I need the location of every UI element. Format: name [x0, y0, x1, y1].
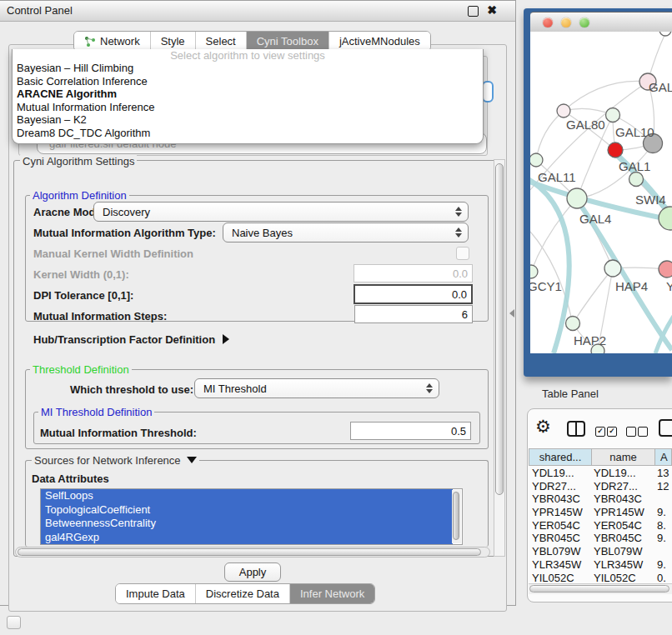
table-row[interactable]: YPR145WYPR145W9.	[529, 506, 672, 519]
mi-threshold-field[interactable]	[350, 422, 471, 440]
node-label-y: Y	[666, 279, 672, 293]
data-attributes-label: Data Attributes	[32, 472, 109, 485]
node-hap4[interactable]	[604, 260, 621, 277]
network-window-titlebar[interactable]	[530, 12, 672, 32]
tab-network[interactable]: Network	[74, 32, 150, 51]
tab-discretize-data[interactable]: Discretize Data	[195, 584, 289, 603]
table-file-icon[interactable]	[659, 419, 672, 437]
node-partial-top[interactable]	[659, 32, 671, 36]
tab-infer-network[interactable]: Infer Network	[289, 584, 374, 603]
aracne-mode-combo[interactable]: Discovery	[93, 202, 469, 222]
mi-algorithm-type-combo[interactable]: Naive Bayes	[223, 222, 469, 242]
node-gal10[interactable]	[606, 108, 620, 122]
tab-cyni-toolbox[interactable]: Cyni Toolbox	[246, 32, 328, 51]
kernel-width-label: Kernel Width (0,1):	[33, 268, 129, 281]
column-header-name[interactable]: name	[591, 448, 655, 466]
list-scrollbar-thumb[interactable]	[453, 492, 459, 540]
list-vertical-scrollbar[interactable]	[452, 490, 461, 543]
which-threshold-label: Which threshold to use:	[70, 383, 193, 396]
float-window-icon[interactable]	[468, 6, 479, 17]
panel-divider-collapse-icon[interactable]	[509, 309, 514, 318]
checked-box-icon[interactable]: ✓	[607, 427, 617, 437]
vertical-scrollbar-thumb[interactable]	[495, 163, 504, 495]
tab-jactivemnodules[interactable]: jActiveMNodules	[328, 32, 430, 51]
node-label-hap4: HAP4	[615, 279, 648, 293]
hub-definition-expander[interactable]: Hub/Transcription Factor Definition	[33, 333, 229, 346]
focused-combo-fragment	[482, 81, 494, 102]
table-row[interactable]: YIL052CYIL052C0.	[529, 572, 672, 583]
sources-collapse-icon	[187, 457, 197, 463]
network-view-window: GAL GAL80 GAL10 GAL1 GAL11 GAL4 SWI4 GCY…	[524, 8, 672, 377]
table-row[interactable]: YER054CYER054C8.	[529, 519, 672, 532]
table-row[interactable]: YDR27...YDR27...12	[529, 480, 672, 493]
table-row[interactable]: YBR043CYBR043C	[529, 492, 672, 506]
unchecked-box-icon[interactable]	[626, 427, 636, 437]
column-header-shared-name[interactable]: shared...	[529, 448, 592, 466]
control-panel-titlebar[interactable]: Control Panel ✖	[0, 1, 515, 22]
list-item-selfloops[interactable]: SelfLoops	[41, 489, 453, 503]
column-header-partial[interactable]: A	[654, 448, 672, 466]
dpi-tolerance-field[interactable]	[354, 284, 473, 304]
settings-vertical-scrollbar[interactable]	[494, 159, 505, 557]
tab-impute-data[interactable]: Impute Data	[116, 584, 195, 603]
gear-icon[interactable]: ⚙	[535, 417, 551, 437]
horizontal-scrollbar-thumb[interactable]	[18, 548, 481, 556]
manual-kernel-width-label: Manual Kernel Width Definition	[33, 248, 193, 260]
menu-item-bayesian-k2[interactable]: Bayesian – K2	[13, 113, 483, 127]
mi-algorithm-type-label: Mutual Information Algorithm Type:	[33, 227, 216, 239]
settings-horizontal-scrollbar[interactable]	[15, 547, 490, 558]
dock-mini-button[interactable]	[7, 616, 21, 629]
apply-button[interactable]: Apply	[224, 562, 281, 582]
sources-collapser[interactable]: Sources for Network Inference	[32, 454, 199, 467]
menu-item-dream8[interactable]: Dream8 DC_TDC Algorithm	[13, 127, 483, 140]
node-swi4[interactable]	[659, 207, 672, 230]
window-title: Control Panel	[7, 4, 73, 17]
node-green-small[interactable]	[629, 172, 644, 187]
algorithm-definition-title: Algorithm Definition	[30, 189, 129, 202]
screen: { "colors": { "selection_blue": "#3c6bc9…	[0, 0, 672, 635]
traffic-minimize-icon[interactable]	[561, 18, 571, 28]
combo-spinner-icon	[455, 228, 461, 238]
node-gal4[interactable]	[567, 188, 587, 208]
menu-item-basic-correlation[interactable]: Basic Correlation Inference	[13, 75, 483, 88]
list-item-betweennesscentrality[interactable]: BetweennessCentrality	[41, 517, 453, 531]
bottom-tabbar: Impute Data Discretize Data Infer Networ…	[115, 583, 375, 604]
manual-kernel-width-checkbox	[456, 247, 469, 260]
which-threshold-combo[interactable]: MI Threshold	[194, 378, 439, 398]
mi-steps-field[interactable]	[354, 305, 473, 323]
tab-select[interactable]: Select	[195, 32, 246, 51]
node-gal80[interactable]	[557, 104, 570, 118]
tab-style[interactable]: Style	[150, 32, 195, 51]
list-item-topologicalcoefficient[interactable]: TopologicalCoefficient	[41, 503, 453, 518]
table-scrollbar-thumb[interactable]	[529, 585, 669, 592]
close-icon[interactable]: ✖	[487, 3, 497, 17]
checked-box-icon[interactable]: ✓	[595, 427, 605, 437]
table-row[interactable]: YBL079WYBL079W	[529, 545, 672, 558]
traffic-close-icon[interactable]	[543, 18, 553, 28]
node-hap2[interactable]	[566, 317, 580, 331]
node-label-gal10: GAL10	[615, 125, 654, 139]
unchecked-box-icon[interactable]	[638, 427, 648, 437]
node-gal11[interactable]	[530, 153, 543, 167]
node-gcy1[interactable]	[530, 265, 538, 278]
menu-item-mutual-information[interactable]: Mutual Information Inference	[13, 101, 483, 114]
node-label-gcy1: GCY1	[530, 279, 562, 293]
table-row[interactable]: YDL19...YDL19...13	[529, 467, 672, 480]
network-tab-icon	[84, 36, 96, 48]
data-attributes-list[interactable]: SelfLoops TopologicalCoefficient Between…	[40, 488, 463, 545]
list-item-gal4rgexp[interactable]: gal4RGexp	[41, 531, 453, 545]
table-row[interactable]: YBR045CYBR045C9.	[529, 532, 672, 545]
algorithm-dropdown-placeholder: Select algorithm to view settings	[13, 50, 483, 62]
table-horizontal-scrollbar[interactable]	[529, 583, 672, 594]
network-canvas[interactable]: GAL GAL80 GAL10 GAL1 GAL11 GAL4 SWI4 GCY…	[530, 32, 672, 353]
mi-algorithm-type-value: Naive Bayes	[232, 227, 293, 239]
split-pane-icon[interactable]	[567, 421, 585, 437]
node-label-gal1: GAL1	[619, 159, 650, 173]
traffic-zoom-icon[interactable]	[579, 18, 589, 28]
node-red-gal1[interactable]	[608, 142, 623, 158]
menu-item-bayesian-hill-climbing[interactable]: Bayesian – Hill Climbing	[13, 62, 483, 75]
node-salmon[interactable]	[659, 261, 672, 278]
menu-item-aracne[interactable]: ARACNE Algorithm	[13, 88, 483, 101]
table-row[interactable]: YLR345WYLR345W9.	[529, 558, 672, 572]
algorithm-dropdown-popup: Select algorithm to view settings Bayesi…	[12, 49, 484, 144]
